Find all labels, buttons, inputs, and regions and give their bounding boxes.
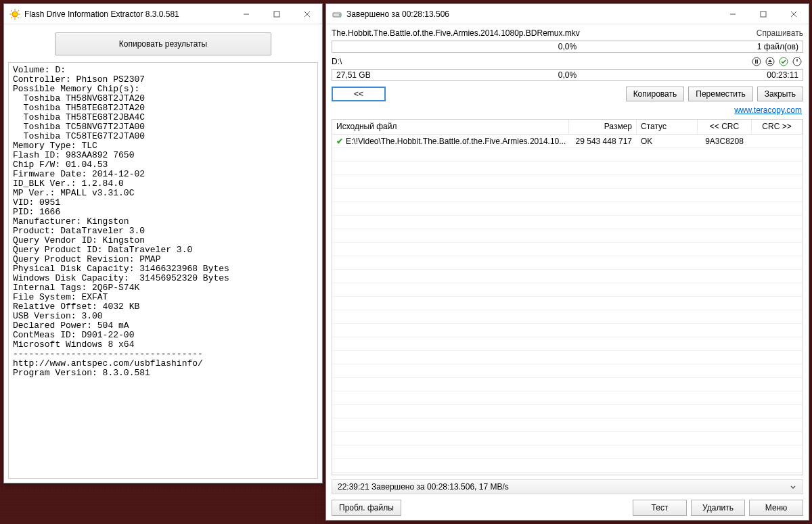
current-filename: The.Hobbit.The.Battle.of.the.Five.Armies… <box>332 28 757 38</box>
teracopy-window-buttons <box>717 4 809 24</box>
table-body[interactable]: ✔E:\!Video\The.Hobbit.The.Battle.of.the.… <box>332 135 803 475</box>
verify-icon[interactable] <box>777 55 790 68</box>
status-text: 22:39:21 Завершено за 00:28:13.506, 17 M… <box>338 482 509 492</box>
copy-button[interactable]: Копировать <box>626 87 685 101</box>
minimize-button[interactable] <box>717 4 748 24</box>
total-size: 27,51 GB <box>336 70 371 80</box>
svg-point-0 <box>12 11 18 17</box>
time-remaining: 00:23:11 <box>767 70 798 80</box>
teracopy-url[interactable]: www.teracopy.com <box>332 105 803 118</box>
close-button[interactable] <box>778 4 809 24</box>
col-crc-in[interactable]: << CRC <box>698 120 752 134</box>
drive-icon <box>332 9 342 20</box>
col-file[interactable]: Исходный файл <box>332 120 569 134</box>
svg-line-6 <box>18 17 19 18</box>
row-file: E:\!Video\The.Hobbit.The.Battle.of.the.F… <box>346 137 566 146</box>
flash-title: Flash Drive Information Extractor 8.3.0.… <box>24 9 231 19</box>
copy-results-button[interactable]: Копировать результаты <box>55 32 271 55</box>
check-icon: ✔ <box>336 137 343 146</box>
shutdown-icon[interactable] <box>791 55 803 68</box>
table-row-empty <box>332 216 803 229</box>
table-row-empty <box>332 419 803 432</box>
svg-rect-24 <box>768 63 772 64</box>
file-progress-percent: 0,0% <box>558 42 577 51</box>
drive-row: D:\ <box>332 54 803 68</box>
table-row-empty <box>332 446 803 459</box>
delete-button[interactable]: Удалить <box>691 500 745 516</box>
pause-icon[interactable] <box>750 55 763 68</box>
table-row-empty <box>332 162 803 175</box>
bottom-buttons: Пробл. файлы Тест Удалить Меню <box>332 496 803 516</box>
table-row-empty <box>332 391 803 405</box>
svg-rect-10 <box>274 11 279 17</box>
table-row-empty <box>332 324 803 337</box>
teracopy-body: The.Hobbit.The.Battle.of.the.Five.Armies… <box>326 24 809 520</box>
col-status[interactable]: Статус <box>637 120 698 134</box>
chevron-down-icon[interactable] <box>789 483 797 491</box>
teracopy-window: Завершено за 00:28:13.506 The.Hobbit.The… <box>325 3 809 521</box>
table-row-empty <box>332 364 803 378</box>
table-row-empty <box>332 270 803 283</box>
menu-button[interactable]: Меню <box>749 500 803 516</box>
teracopy-title: Завершено за 00:28:13.506 <box>346 9 717 19</box>
move-button[interactable]: Переместить <box>688 87 753 101</box>
file-table: Исходный файл Размер Статус << CRC CRC >… <box>332 119 803 475</box>
svg-line-7 <box>18 10 19 11</box>
nav-back-button[interactable]: << <box>332 87 386 101</box>
table-row-empty <box>332 459 803 473</box>
teracopy-titlebar: Завершено за 00:28:13.506 <box>326 4 809 24</box>
table-row-empty <box>332 337 803 351</box>
table-row-empty <box>332 256 803 270</box>
col-crc-out[interactable]: CRC >> <box>752 120 803 134</box>
total-progress-percent: 0,0% <box>558 70 577 80</box>
status-bar: 22:39:21 Завершено за 00:28:13.506, 17 M… <box>332 479 803 494</box>
svg-rect-20 <box>755 59 757 64</box>
test-button[interactable]: Тест <box>633 500 687 516</box>
flash-body: Копировать результаты Volume: D: Control… <box>4 24 322 483</box>
problem-files-button[interactable]: Пробл. файлы <box>332 500 401 516</box>
table-row-empty <box>332 310 803 324</box>
file-progress-bar: 0,0% 1 файл(ов) <box>332 41 803 53</box>
svg-rect-21 <box>757 59 759 64</box>
table-row-empty <box>332 405 803 419</box>
svg-line-8 <box>11 17 12 18</box>
svg-point-19 <box>752 57 761 66</box>
copy-button-row: Копировать результаты <box>8 28 318 62</box>
table-row-empty <box>332 432 803 446</box>
svg-marker-23 <box>768 59 772 62</box>
table-row-empty <box>332 378 803 391</box>
close-button[interactable] <box>292 4 322 24</box>
table-row-empty <box>332 283 803 297</box>
table-header: Исходный файл Размер Статус << CRC CRC >… <box>332 120 803 135</box>
target-drive: D:\ <box>332 57 749 66</box>
table-row[interactable]: ✔E:\!Video\The.Hobbit.The.Battle.of.the.… <box>332 135 803 148</box>
maximize-button[interactable] <box>261 4 292 24</box>
flash-titlebar: Flash Drive Information Extractor 8.3.0.… <box>4 4 322 24</box>
table-row-empty <box>332 202 803 216</box>
table-row-empty <box>332 175 803 189</box>
filename-row: The.Hobbit.The.Battle.of.the.Five.Armies… <box>332 27 803 39</box>
table-row-empty <box>332 297 803 310</box>
row-size: 29 543 448 717 <box>569 137 637 146</box>
col-size[interactable]: Размер <box>569 120 637 134</box>
svg-point-14 <box>339 14 340 16</box>
table-row-empty <box>332 229 803 243</box>
svg-rect-16 <box>761 11 766 17</box>
sun-icon <box>9 9 20 20</box>
file-count: 1 файл(ов) <box>757 42 798 51</box>
flash-window-buttons <box>231 4 322 24</box>
table-row-empty <box>332 148 803 162</box>
conflict-mode-label[interactable]: Спрашивать <box>757 28 803 38</box>
minimize-button[interactable] <box>231 4 261 24</box>
flash-info-text[interactable]: Volume: D: Controller: Phison PS2307 Pos… <box>8 62 318 479</box>
close-action-button[interactable]: Закрыть <box>757 87 803 101</box>
table-row-empty <box>332 351 803 364</box>
total-progress-bar: 27,51 GB 0,0% 00:23:11 <box>332 69 803 81</box>
maximize-button[interactable] <box>748 4 778 24</box>
svg-line-5 <box>11 10 12 11</box>
row-crc-in: 9A3C8208 <box>698 137 752 146</box>
row-status: OK <box>637 137 698 146</box>
action-buttons-row: << Копировать Переместить Закрыть <box>332 82 803 104</box>
table-row-empty <box>332 243 803 256</box>
eject-icon[interactable] <box>764 55 776 68</box>
